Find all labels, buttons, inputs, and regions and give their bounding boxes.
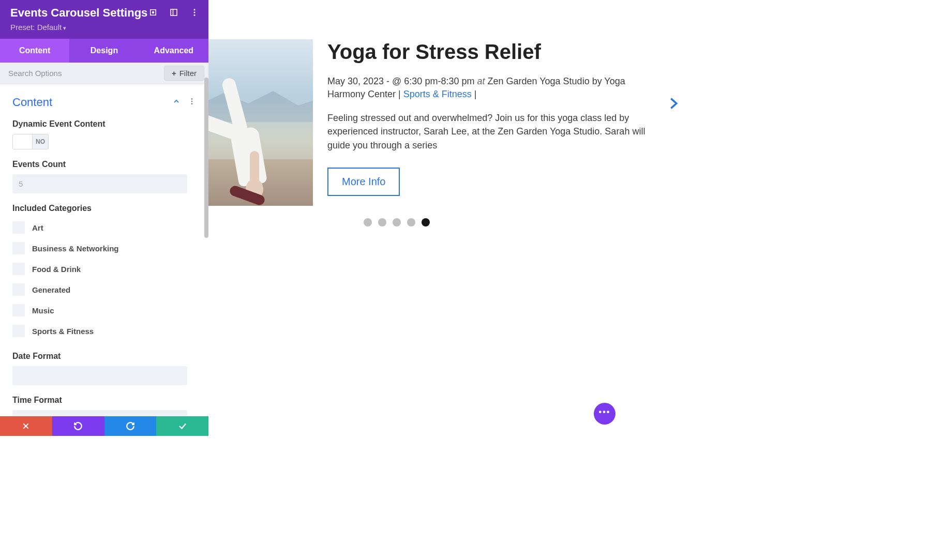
category-list: Art Business & Networking Food & Drink G… (12, 217, 196, 341)
svg-point-6 (194, 14, 196, 16)
more-vertical-icon[interactable] (190, 8, 199, 17)
event-time: @ 6:30 pm-8:30 pm (392, 76, 474, 86)
tab-content[interactable]: Content (0, 39, 69, 63)
event-card: Yoga for Stress Relief May 30, 2023 - @ … (208, 39, 669, 206)
event-title: Yoga for Stress Relief (327, 40, 648, 64)
label-included-categories: Included Categories (12, 204, 196, 213)
tab-advanced[interactable]: Advanced (139, 39, 208, 63)
category-item: Generated (12, 279, 196, 300)
svg-point-1 (153, 12, 154, 13)
category-label: Business & Networking (32, 244, 119, 253)
tab-bar: Content Design Advanced (0, 39, 208, 63)
settings-panel: Events Carousel Settings Preset: Default… (0, 0, 208, 435)
more-info-button[interactable]: More Info (327, 168, 400, 196)
carousel-dot-active[interactable] (422, 218, 430, 226)
search-row: + Filter (0, 63, 208, 84)
category-label: Generated (32, 285, 70, 294)
plus-icon: + (172, 69, 176, 78)
event-description: Feeling stressed out and overwhelmed? Jo… (327, 111, 648, 152)
checkbox[interactable] (12, 283, 25, 296)
event-category-link[interactable]: Sports & Fitness (403, 89, 472, 99)
section-more-icon[interactable] (188, 97, 196, 108)
cancel-button[interactable] (0, 416, 52, 436)
ellipsis-icon: ••• (599, 407, 611, 417)
toggle-no-label: NO (36, 138, 45, 145)
label-date-format: Date Format (12, 352, 196, 361)
category-item: Music (12, 300, 196, 321)
filter-button[interactable]: + Filter (164, 66, 204, 81)
redo-button[interactable] (104, 416, 157, 436)
collapse-icon[interactable] (172, 97, 181, 108)
category-label: Food & Drink (32, 265, 81, 274)
checkbox[interactable] (12, 221, 25, 234)
carousel-dot[interactable] (393, 218, 401, 226)
by-word: by (592, 76, 602, 86)
caret-down-icon: ▾ (63, 25, 66, 31)
svg-point-9 (191, 103, 193, 104)
event-body: Yoga for Stress Relief May 30, 2023 - @ … (327, 39, 648, 206)
expand-icon[interactable] (148, 8, 158, 17)
category-label: Music (32, 306, 54, 315)
options-scroll-area[interactable]: Content Dynamic Event Content NO Events … (0, 86, 208, 435)
svg-point-8 (191, 101, 193, 102)
category-label: Art (32, 223, 43, 232)
carousel-dot[interactable] (378, 218, 386, 226)
category-label: Sports & Fitness (32, 327, 94, 336)
panel-dock-icon[interactable] (169, 8, 178, 17)
category-item: Sports & Fitness (12, 321, 196, 341)
input-events-count[interactable] (12, 174, 187, 193)
category-item: Art (12, 217, 196, 238)
tab-design[interactable]: Design (69, 39, 139, 63)
label-events-count: Events Count (12, 160, 196, 169)
checkbox[interactable] (12, 263, 25, 275)
svg-point-5 (194, 12, 196, 13)
carousel-next-button[interactable] (666, 93, 681, 116)
svg-point-7 (191, 98, 193, 100)
event-image (208, 39, 313, 206)
checkbox[interactable] (12, 242, 25, 254)
panel-header: Events Carousel Settings Preset: Default… (0, 0, 208, 39)
action-bar (0, 416, 208, 436)
svg-point-4 (194, 9, 196, 10)
carousel-dots (364, 218, 430, 226)
undo-button[interactable] (52, 416, 104, 436)
label-time-format: Time Format (12, 396, 196, 405)
svg-rect-2 (171, 9, 177, 16)
search-input[interactable] (0, 63, 164, 84)
event-meta: May 30, 2023 - @ 6:30 pm-8:30 pm at Zen … (327, 75, 648, 101)
event-venue: Zen Garden Yoga Studio (487, 76, 589, 86)
preset-label: Preset: Default (10, 23, 62, 32)
at-word: at (477, 76, 485, 86)
toggle-dynamic-event-content[interactable]: NO (12, 134, 49, 149)
category-item: Business & Networking (12, 238, 196, 259)
checkbox[interactable] (12, 325, 25, 337)
preset-dropdown[interactable]: Preset: Default▾ (10, 23, 198, 32)
category-item: Food & Drink (12, 259, 196, 279)
checkbox[interactable] (12, 304, 25, 316)
floating-action-button[interactable]: ••• (594, 403, 615, 425)
label-dynamic-event-content: Dynamic Event Content (12, 119, 196, 129)
preview-area: Yoga for Stress Relief May 30, 2023 - @ … (208, 0, 931, 560)
filter-label: Filter (179, 69, 197, 78)
carousel-dot[interactable] (364, 218, 372, 226)
input-date-format[interactable] (12, 366, 187, 385)
toggle-knob (13, 134, 33, 149)
save-button[interactable] (156, 416, 208, 436)
section-title-content[interactable]: Content (12, 96, 52, 109)
carousel-dot[interactable] (407, 218, 415, 226)
scrollbar[interactable] (204, 78, 208, 238)
event-date: May 30, 2023 (327, 76, 384, 86)
